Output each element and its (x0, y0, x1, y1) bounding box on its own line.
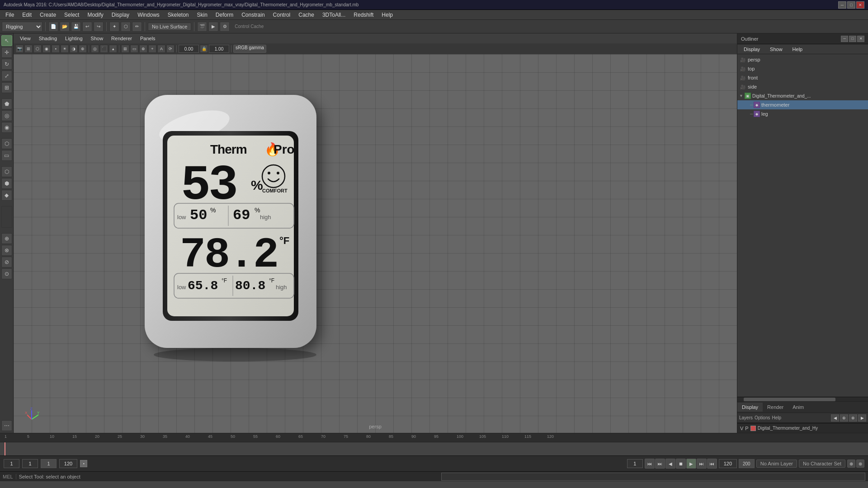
menu-edit[interactable]: Edit (19, 11, 35, 19)
quick-select-tool[interactable]: ⊕ (1, 233, 12, 244)
outliner-item-thermometer[interactable]: ─ ◆ thermometer (737, 100, 868, 109)
render-btn[interactable]: 🎬 (197, 22, 207, 32)
tab-display[interactable]: Display (737, 403, 763, 412)
timeline-ruler[interactable]: 1 5 10 15 20 25 30 35 40 45 50 55 60 65 … (0, 433, 868, 442)
tool-grp4[interactable]: ⊙ (1, 268, 12, 279)
start-frame-input[interactable] (4, 459, 19, 468)
box-tool[interactable]: ▭ (1, 150, 12, 161)
vp-value1-input[interactable] (179, 45, 199, 53)
menu-skeleton[interactable]: Skeleton (164, 11, 193, 19)
menu-help[interactable]: Help (378, 11, 396, 19)
sculpt-tool[interactable]: ◎ (1, 110, 12, 121)
bridge-tool[interactable]: ⬢ (1, 178, 12, 189)
outliner-item-top[interactable]: 🎥 top (737, 64, 868, 73)
vp-shading-menu[interactable]: Shading (35, 35, 61, 42)
outliner-hscrollbar[interactable] (737, 397, 868, 401)
outliner-item-front[interactable]: 🎥 front (737, 73, 868, 82)
vp-xray-btn[interactable]: ⬛ (100, 45, 108, 53)
layer-btn2[interactable]: ⊕ (840, 414, 848, 422)
step-fwd-btn[interactable]: ⏭ (697, 459, 707, 469)
move-tool[interactable]: ✛ (1, 47, 12, 58)
vp-cameras-btn[interactable]: 📷 (15, 45, 24, 53)
play-fwd-btn[interactable]: ▶ (686, 459, 696, 469)
maximize-btn[interactable]: □ (847, 1, 855, 9)
vp-light-btn[interactable]: ☀ (61, 45, 69, 53)
vp-lock-btn[interactable]: 🔒 (200, 45, 208, 53)
no-live-surface[interactable]: No Live Surface (148, 23, 191, 31)
vp-manip-btn[interactable]: + (148, 45, 156, 53)
tool-grp2[interactable]: ⊗ (1, 245, 12, 256)
vp-texture-btn[interactable]: ▪ (52, 45, 60, 53)
menu-redshift[interactable]: Redshift (350, 11, 377, 19)
playback-start-input[interactable] (627, 459, 643, 468)
tool5[interactable]: ⊞ (1, 82, 12, 93)
outliner-help-menu[interactable]: Help (789, 46, 807, 53)
go-start-btn[interactable]: ⏮ (645, 459, 655, 469)
outliner-item-side[interactable]: 🎥 side (737, 82, 868, 91)
menu-display[interactable]: Display (108, 11, 133, 19)
tool-bottom[interactable]: ⋯ (1, 420, 12, 431)
soft-mod-tool[interactable]: ⬟ (1, 99, 12, 109)
rigging-dropdown[interactable]: Rigging (2, 22, 42, 32)
bevel-tool[interactable]: ◆ (1, 190, 12, 201)
subtab-layers[interactable]: Layers (739, 415, 753, 420)
timeline-bar[interactable] (0, 442, 868, 455)
vp-eval-btn[interactable]: ⟳ (166, 45, 175, 53)
current-frame-input[interactable] (22, 459, 38, 468)
vp-view-menu[interactable]: View (16, 35, 34, 42)
vp-panels-menu[interactable]: Panels (137, 35, 159, 42)
vp-snap-btn[interactable]: ⊞ (24, 45, 33, 53)
menu-select[interactable]: Select (61, 11, 83, 19)
vp-renderer-menu[interactable]: Renderer (108, 35, 136, 42)
undo-btn[interactable]: ↩ (82, 22, 92, 32)
menu-windows[interactable]: Windows (134, 11, 163, 19)
mel-input[interactable] (441, 473, 865, 481)
lasso-btn[interactable]: ⬡ (121, 22, 131, 32)
vp-isolate-btn[interactable]: ◎ (91, 45, 99, 53)
vp-hudtext-btn[interactable]: A (157, 45, 165, 53)
end-frame-input[interactable] (59, 459, 77, 468)
vp-value2-input[interactable] (209, 45, 229, 53)
menu-constrain[interactable]: Constrain (238, 11, 268, 19)
vp-show-menu[interactable]: Show (87, 35, 107, 42)
save-file-btn[interactable]: 💾 (71, 22, 81, 32)
go-end-btn[interactable]: ⏮ (707, 459, 717, 469)
menu-skin[interactable]: Skin (193, 11, 211, 19)
menu-3dto[interactable]: 3DToAll... (319, 11, 349, 19)
no-anim-layer[interactable]: No Anim Layer (756, 460, 797, 468)
vp-wireframe-btn[interactable]: ⬡ (33, 45, 42, 53)
tab-anim[interactable]: Anim (788, 403, 808, 412)
new-file-btn[interactable]: 📄 (48, 22, 58, 32)
redo-btn[interactable]: ↪ (94, 22, 104, 32)
tab-render[interactable]: Render (763, 403, 788, 412)
layer-btn3[interactable]: ⊗ (849, 414, 857, 422)
menu-modify[interactable]: Modify (84, 11, 107, 19)
vp-smooth-btn[interactable]: ◉ (42, 45, 51, 53)
outliner-close[interactable]: ✕ (857, 36, 864, 42)
vp-ao-btn[interactable]: ⊕ (79, 45, 87, 53)
render3-btn[interactable]: ⚙ (220, 22, 230, 32)
stop-btn[interactable]: ⏹ (676, 459, 686, 469)
menu-cache[interactable]: Cache (295, 11, 318, 19)
close-btn[interactable]: ✕ (856, 1, 864, 9)
render2-btn[interactable]: ▶ (208, 22, 218, 32)
subtab-options[interactable]: Options (755, 415, 770, 420)
outliner-maximize[interactable]: □ (849, 36, 856, 42)
outliner-minimize[interactable]: ─ (841, 36, 848, 42)
step-back-btn[interactable]: ⏭ (655, 459, 665, 469)
no-char-set[interactable]: No Character Set (799, 460, 845, 468)
paint-btn[interactable]: ✏ (132, 22, 142, 32)
minimize-btn[interactable]: ─ (838, 1, 846, 9)
outliner-item-persp[interactable]: 🎥 persp (737, 55, 868, 64)
playback-end-input[interactable] (719, 459, 737, 468)
tool-group1[interactable] (1, 206, 12, 228)
layer-btn4[interactable]: ▶ (858, 414, 866, 422)
open-file-btn[interactable]: 📂 (60, 22, 70, 32)
outliner-item-digital[interactable]: ▼ ▣ Digital_Thermometer_and_... (737, 91, 868, 100)
layer-btn1[interactable]: ◀ (831, 414, 839, 422)
outliner-item-leg[interactable]: ─ ◆ leg (737, 109, 868, 118)
vp-gamma-select[interactable]: sRGB gamma (233, 45, 266, 53)
menu-file[interactable]: File (2, 11, 18, 19)
vp-grid-btn[interactable]: ⊞ (121, 45, 129, 53)
play-back-btn[interactable]: ◀ (665, 459, 675, 469)
